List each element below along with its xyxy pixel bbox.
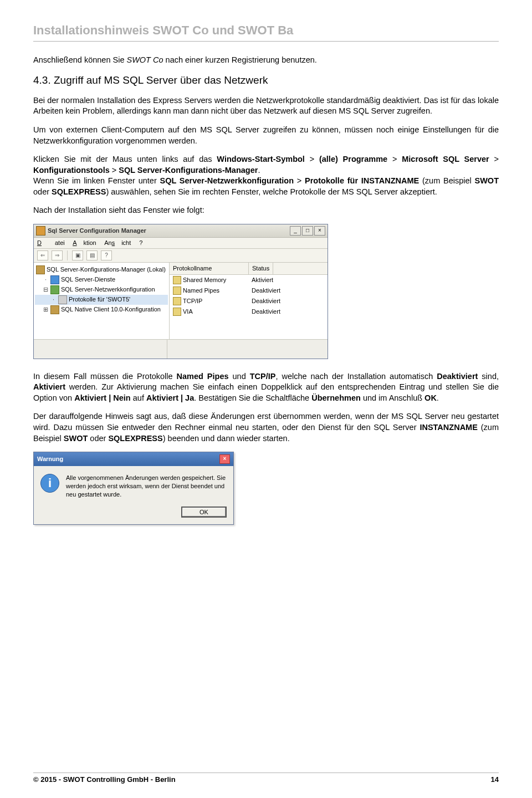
protocol-icon	[58, 295, 67, 304]
page-header: Installationshinweis SWOT Co und SWOT Ba	[33, 22, 499, 42]
intro-line: Anschließend können Sie SWOT Co nach ein…	[33, 55, 499, 66]
dialog-message: Alle vorgenommenen Änderungen werden ges…	[66, 474, 227, 499]
intro-post: nach einer kurzen Registrierung benutzen…	[163, 55, 317, 64]
menu-aktion[interactable]: Aktion	[73, 239, 96, 246]
menu-help[interactable]: ?	[139, 239, 142, 246]
protocol-icon	[173, 297, 181, 305]
close-icon[interactable]: ×	[219, 454, 230, 464]
list-pane: Protokollname Status Shared MemoryAktivi…	[170, 263, 328, 339]
list-row[interactable]: Shared MemoryAktiviert	[170, 275, 328, 285]
paragraph-6: In diesem Fall müssen die Protokolle Nam…	[33, 371, 499, 404]
intro-pre: Anschließend können Sie	[33, 55, 126, 64]
intro-em: SWOT Co	[126, 55, 163, 64]
back-button[interactable]: ⇐	[37, 250, 48, 260]
col-status[interactable]: Status	[249, 263, 273, 274]
tree-root[interactable]: SQL Server-Konfigurations-Manager (Lokal…	[35, 265, 168, 275]
list-row[interactable]: TCP/IPDeaktiviert	[170, 296, 328, 306]
menu-ansicht[interactable]: Ansicht	[104, 239, 131, 246]
tree-services[interactable]: ·SQL Server-Dienste	[35, 275, 168, 285]
server-icon	[50, 275, 59, 284]
menubar: Datei Aktion Ansicht ?	[34, 238, 328, 249]
maximize-button[interactable]: □	[302, 226, 313, 236]
warning-dialog: Warnung × i Alle vorgenommenen Änderunge…	[33, 452, 234, 525]
help-button[interactable]: ?	[101, 250, 112, 260]
paragraph-7: Der darauffolgende Hinweis sagt aus, daß…	[33, 411, 499, 444]
section-heading: 4.3. Zugriff auf MS SQL Server über das …	[33, 73, 499, 88]
up-button[interactable]: ▣	[72, 250, 83, 260]
toolbar: ⇐ ⇒ ▣ ▤ ?	[34, 249, 328, 263]
app-icon	[36, 226, 45, 236]
paragraph-2: Um von externen Client-Computern auf den…	[33, 125, 499, 146]
paragraph-3: Klicken Sie mit der Maus unten links auf…	[33, 154, 499, 197]
protocol-icon	[173, 308, 181, 316]
ok-button[interactable]: OK	[181, 507, 227, 518]
statusbar	[34, 339, 328, 359]
gear-icon	[50, 305, 59, 314]
protocol-icon	[173, 276, 181, 284]
info-icon: i	[40, 474, 59, 493]
tree-native-client[interactable]: ⊞SQL Native Client 10.0-Konfiguration	[35, 305, 168, 315]
protocol-icon	[173, 287, 181, 295]
paragraph-5: Nach der Installation sieht das Fenster …	[33, 205, 499, 216]
dialog-titlebar[interactable]: Warnung ×	[34, 452, 233, 466]
window-titlebar[interactable]: Sql Server Configuration Manager _ □ ×	[34, 224, 328, 238]
tree-protocols-swot5[interactable]: ·Protokolle für 'SWOT5'	[35, 295, 168, 305]
tree-pane: SQL Server-Konfigurations-Manager (Lokal…	[34, 263, 170, 339]
network-icon	[50, 285, 59, 294]
minimize-button[interactable]: _	[290, 226, 301, 236]
list-row[interactable]: VIADeaktiviert	[170, 306, 328, 317]
col-protokollname[interactable]: Protokollname	[170, 263, 249, 274]
window-title: Sql Server Configuration Manager	[48, 227, 290, 235]
gear-icon	[36, 265, 45, 274]
paragraph-1: Bei der normalen Installation des Expres…	[33, 95, 499, 117]
properties-button[interactable]: ▤	[86, 250, 98, 260]
menu-datei[interactable]: Datei	[37, 239, 65, 246]
list-row[interactable]: Named PipesDeaktiviert	[170, 285, 328, 296]
config-manager-window: Sql Server Configuration Manager _ □ × D…	[33, 224, 328, 359]
dialog-title: Warnung	[37, 455, 63, 463]
forward-button[interactable]: ⇒	[52, 250, 63, 260]
tree-netconfig[interactable]: ⊟SQL Server-Netzwerkkonfiguration	[35, 285, 168, 295]
close-button[interactable]: ×	[314, 226, 325, 236]
